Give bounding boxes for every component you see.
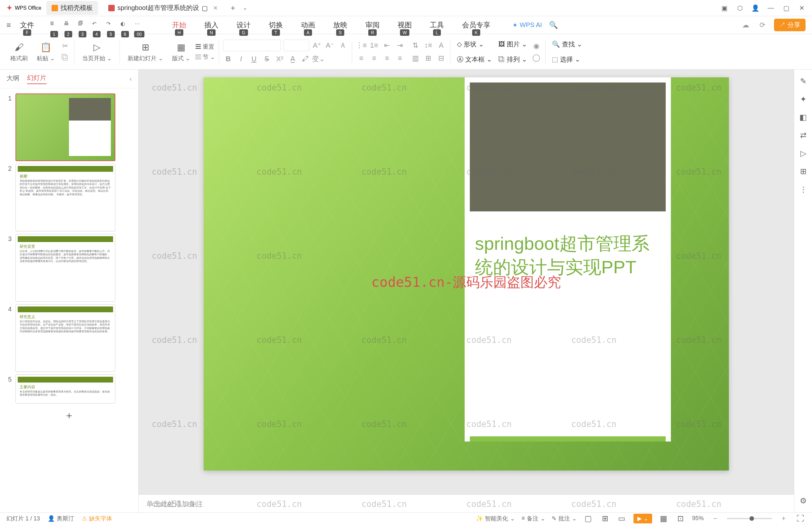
justify-icon[interactable]: ≡ (395, 53, 405, 64)
rail-theme-icon[interactable]: ◧ (798, 112, 809, 122)
reset-button[interactable]: ☰ 重置 (195, 43, 215, 51)
notes-input[interactable]: 单击此处添加备注 (138, 494, 794, 512)
font-size-select[interactable] (284, 39, 309, 51)
title-card[interactable]: springboot超市管理系统的设计与实现PPT (465, 77, 671, 442)
new-tab-button[interactable]: + (231, 3, 235, 13)
tab-menu-button[interactable]: ⌄ (243, 5, 247, 11)
fit-icon[interactable]: ⊡ (675, 513, 686, 524)
bold-icon[interactable]: B (223, 54, 233, 64)
tab-document[interactable]: springboot超市管理系统的设 ▢ ✕ (103, 1, 223, 15)
tab-slideshow[interactable]: 放映S (331, 19, 350, 31)
outline-icon[interactable]: ◯ (531, 52, 541, 63)
normal-view-icon[interactable]: ▢ (583, 513, 594, 524)
slides-tab[interactable]: 幻灯片 (27, 73, 46, 84)
bullet-list-icon[interactable]: ⋮≡ (356, 40, 366, 51)
outline-tab[interactable]: 大纲 (6, 74, 19, 84)
find-button[interactable]: 🔍查找 ⌄ (549, 38, 585, 51)
fit-window-icon[interactable]: ⛶ (795, 513, 806, 524)
tab-home[interactable]: 开始H (169, 19, 189, 31)
comments-toggle[interactable]: ✎ 批注 ⌄ (552, 515, 577, 522)
search-icon[interactable]: 🔍 (548, 20, 559, 30)
increase-indent-icon[interactable]: ⇥ (395, 40, 405, 51)
share-button[interactable]: ↗ 分享 (774, 19, 806, 31)
textbox-button[interactable]: Ⓐ文本框 ⌄ (454, 53, 495, 66)
section-button[interactable]: ▤ 节 ⌄ (195, 53, 215, 61)
underline-icon[interactable]: U (249, 54, 259, 64)
arrange-button[interactable]: ⿻排列 ⌄ (496, 53, 530, 66)
rail-settings-icon[interactable]: ⚙ (798, 496, 809, 506)
close-button[interactable]: ✕ (798, 4, 806, 12)
align-left-icon[interactable]: ≡ (356, 53, 366, 64)
rail-swap-icon[interactable]: ⇄ (798, 130, 809, 141)
collapse-sidebar-icon[interactable]: ‹ (130, 75, 132, 82)
font-name-select[interactable] (223, 39, 281, 51)
cloud-icon[interactable]: ☁ (741, 20, 751, 30)
tab-tools[interactable]: 工具L (427, 19, 447, 31)
superscript-icon[interactable]: X² (275, 54, 285, 64)
save-icon[interactable]: 🗎1 (50, 21, 59, 30)
quick-access-more-icon[interactable]: ⋯00 (135, 21, 144, 30)
strikethrough-icon[interactable]: S̶ (262, 54, 272, 64)
ruby-icon[interactable]: 变⌄ (313, 54, 324, 64)
redo-icon[interactable]: ↷5 (106, 21, 115, 30)
slide-title-text[interactable]: springboot超市管理系统的设计与实现PPT (475, 232, 661, 279)
align-right-icon[interactable]: ≡ (382, 53, 392, 64)
file-menu[interactable]: 文件 F (17, 19, 37, 31)
cube-icon[interactable]: ⬡ (736, 4, 744, 12)
sorter-view-icon[interactable]: ⊞ (600, 513, 610, 524)
number-list-icon[interactable]: 1≡ (369, 40, 379, 51)
print-icon[interactable]: 🖶2 (64, 21, 73, 30)
font-color-icon[interactable]: A̲ (287, 54, 298, 64)
undo-icon[interactable]: ↶4 (92, 21, 101, 30)
text-effects-icon[interactable]: A (436, 40, 446, 51)
close-icon[interactable]: ✕ (213, 4, 218, 12)
select-button[interactable]: ⬚选择 ⌄ (549, 53, 585, 66)
add-slide-button[interactable]: + (0, 405, 138, 427)
author-status[interactable]: 👤奥斯汀 (48, 515, 74, 522)
slides-panel[interactable]: 1 2 摘要: 系统根据现有的管理模块进行开发和扩展，应用面向对象的开发的思想和… (0, 88, 138, 512)
slide-thumb-4[interactable]: 研究意义 在计算机软件信息、信息化、国际化的时代背景之下实现技术应用方面也逐渐与… (15, 304, 115, 372)
rail-ai-icon[interactable]: ✦ (798, 94, 809, 104)
rail-transition-icon[interactable]: ▷ (798, 148, 809, 159)
grid-view-icon[interactable]: ▦ (659, 513, 669, 524)
start-current-button[interactable]: ▷ 当页开始 ⌄ (78, 42, 116, 62)
rail-dots-icon[interactable]: ⋮ (798, 184, 809, 195)
decrease-font-icon[interactable]: A⁻ (325, 40, 335, 51)
avatar-icon[interactable]: 👤 (751, 4, 759, 12)
paste-group[interactable]: 📋 粘贴 ⌄ (33, 42, 59, 62)
zoom-slider[interactable] (727, 518, 772, 519)
print-preview-icon[interactable]: 🗐3 (78, 21, 87, 30)
zoom-in-button[interactable]: + (778, 513, 789, 524)
slideshow-button[interactable]: ▶ ⌄ (633, 514, 652, 523)
missing-font-status[interactable]: ⚠缺失字体 (82, 515, 112, 522)
present-mini-icon[interactable]: ▢ (202, 4, 208, 12)
quick-access-6-icon[interactable]: ◐6 (120, 21, 130, 30)
slide-thumb-1[interactable] (15, 94, 115, 161)
line-spacing-icon[interactable]: ↕≡ (423, 40, 433, 51)
slide-thumb-3[interactable]: 研究背景 近年来，人们的消费方式以及消费习惯不断的改变，超市销售量不断的上升。所… (15, 234, 115, 301)
align-center-icon[interactable]: ≡ (369, 53, 379, 64)
tab-vip[interactable]: 会员专享K (460, 19, 493, 31)
slide-thumb-5[interactable]: 主要内容 本文的研究对象是以超市的销售管理来为研究。论文的整体论述思路是：首先使… (15, 375, 115, 404)
new-slide-button[interactable]: ⊞ 新建幻灯片 ⌄ (124, 42, 167, 62)
title-image-placeholder[interactable] (470, 82, 666, 211)
slide-thumb-2[interactable]: 摘要: 系统根据现有的管理模块进行开发和扩展，应用面向对象的开发的思想和结构化的… (15, 164, 115, 231)
rail-grid-icon[interactable]: ⊞ (798, 166, 809, 177)
increase-font-icon[interactable]: A⁺ (312, 40, 322, 51)
tab-template[interactable]: 找稻壳模板 (46, 1, 98, 15)
align-objects-icon[interactable]: ⊞ (423, 53, 433, 64)
wps-ai-button[interactable]: ✦ WPS AI (512, 21, 542, 29)
layout-button[interactable]: ▦ 版式 ⌄ (168, 42, 194, 62)
notes-toggle[interactable]: ≡ 备注 ⌄ (521, 515, 545, 522)
highlight-icon[interactable]: 🖍 (300, 54, 311, 64)
tab-insert[interactable]: 插入N (202, 19, 221, 31)
shape-button[interactable]: ◇形状 ⌄ (454, 38, 495, 51)
tab-design[interactable]: 设计G (234, 19, 253, 31)
format-painter-group[interactable]: 🖌 格式刷 (6, 42, 32, 62)
reading-view-icon[interactable]: ▭ (617, 513, 627, 524)
text-direction-icon[interactable]: ⇅ (410, 40, 420, 51)
clear-format-icon[interactable]: Ａ (338, 40, 348, 51)
tab-view[interactable]: 视图W (395, 19, 414, 31)
italic-icon[interactable]: I (236, 54, 246, 64)
history-icon[interactable]: ⟳ (757, 20, 767, 30)
